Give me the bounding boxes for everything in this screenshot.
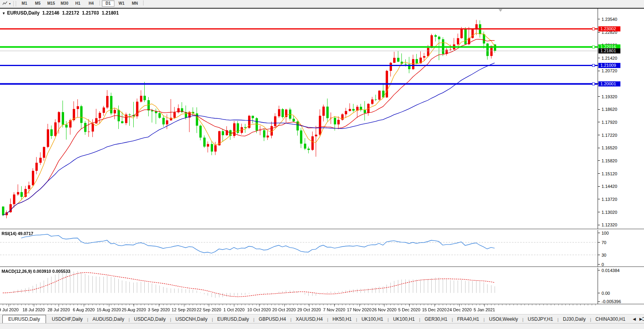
macd-axis[interactable]: 0.0143840.00-0.005396 [598,268,644,304]
date-label: 22 Sep 2020 [197,307,221,312]
date-label: 17 Nov 2020 [347,307,371,312]
rsi-label: RSI(14) 49.0717 [2,231,33,236]
date-label: 20 Oct 2020 [272,307,296,312]
macd-tick: 0.014384 [598,268,620,273]
price-tick: 1.13020 [598,210,617,215]
chart-tab-9[interactable]: UK100,H1 [357,315,387,323]
chart-tab-11[interactable]: GER30,H1 [420,315,452,323]
rsi-tick: 0 [598,262,604,267]
price-line-badge: 1.21801 [598,48,620,53]
date-label: 7 Nov 2020 [323,307,345,312]
timeframe-group: M1M5M15M30H1H4D1W1MN [18,0,145,7]
date-label: 10 Oct 2020 [247,307,271,312]
price-pane: ▼EURUSD,Daily1.221461.221721.217031.2180… [0,9,644,229]
tab-scroll-controls: ◀ ▶ [630,314,642,323]
price-tick: 1.13720 [598,197,617,202]
chart-tab-5[interactable]: EURUSD,Daily [213,315,254,323]
timeframe-button-M15[interactable]: M15 [45,0,57,7]
status-strip [0,323,644,329]
timeframe-button-M5[interactable]: M5 [31,0,44,7]
low-value: 1.21703 [82,10,99,16]
rsi-pane: RSI(14) 49.0717 10070300 [0,230,644,267]
chart-tab-bar: EURUSD,DailyUSDCHF,Daily|AUDUSD,Daily|US… [0,314,644,323]
chart-tab-0[interactable]: EURUSD,Daily [2,315,46,323]
chart-tab-12[interactable]: FRA40,H1 [453,315,484,323]
chart-tab-1[interactable]: USDCHF,Daily [48,315,87,323]
chart-ohlc-title: ▼EURUSD,Daily1.221461.221721.217031.2180… [2,10,121,16]
open-value: 1.22146 [42,10,59,16]
timeframe-button-MN[interactable]: MN [129,0,141,7]
rsi-axis[interactable]: 10070300 [598,230,644,267]
price-chart-canvas[interactable] [0,9,598,229]
chart-tab-7[interactable]: XAUUSD,H4 [291,315,327,323]
date-label: 25 Aug 2020 [122,307,146,312]
tab-scroll-left-icon[interactable]: ◀ [633,317,636,321]
macd-tick: 0.00 [598,290,610,296]
chart-tab-8[interactable]: HK50,H1 [328,315,356,323]
date-label: 28 Jul 2020 [48,307,70,312]
price-tick: 1.18620 [598,107,617,112]
mt4-terminal: ▾ M1M5M15M30H1H4D1W1MN ▼EURUSD,Daily1.22… [0,0,644,329]
date-label: 5 Jan 2021 [474,307,495,312]
date-label: 5 Dec 2020 [398,307,420,312]
price-tick: 1.14420 [598,184,617,189]
timeframe-button-M1[interactable]: M1 [18,0,31,7]
timeframe-button-D1[interactable]: D1 [102,0,114,7]
chart-tab-14[interactable]: USDJPY,H1 [523,315,557,323]
date-label: 26 Nov 2020 [372,307,396,312]
macd-label: MACD(12,26,9) 0.003910 0.005533 [2,269,70,274]
chart-tab-16[interactable]: CHINA300,H1 [591,315,630,323]
toolbar-grip[interactable] [13,1,16,6]
timeframe-toolbar: ▾ M1M5M15M30H1H4D1W1MN [0,0,644,7]
rsi-tick: 70 [598,240,606,245]
rsi-tick: 30 [598,252,606,257]
timeframe-button-M30[interactable]: M30 [58,0,71,7]
line-studies-icon[interactable] [1,1,9,7]
date-label: 3 Sep 2020 [148,307,170,312]
symbol-label: EURUSD,Daily [7,10,40,16]
rsi-tick: 100 [598,230,609,235]
date-label: 24 Dec 2020 [447,307,471,312]
chart-tab-10[interactable]: UK100,H1 [389,315,419,323]
high-value: 1.22172 [62,10,79,16]
price-tick: 1.17220 [598,132,617,138]
macd-canvas[interactable] [0,268,598,304]
date-label: 9 Jul 2020 [0,307,18,312]
price-axis[interactable]: 1.235401.228201.221201.214201.207201.200… [598,9,644,229]
tab-scroll-right-icon[interactable]: ▶ [639,317,642,321]
price-tick: 1.17920 [598,119,617,125]
price-tick: 1.20720 [598,68,617,74]
close-value: 1.21801 [102,10,119,16]
collapse-arrow-icon[interactable]: ▼ [2,11,6,15]
date-label: 29 Oct 2020 [297,307,321,312]
chart-tab-4[interactable]: USDCNH,Daily [171,315,212,323]
chart-window: ▼EURUSD,Daily1.221461.221721.217031.2180… [0,8,644,314]
timeframe-button-H1[interactable]: H1 [72,0,84,7]
price-tick: 1.12320 [598,222,617,228]
date-label: 18 Jul 2020 [22,307,45,312]
dropdown-arrow-icon[interactable]: ▾ [9,2,11,6]
chart-tab-6[interactable]: GBPUSD,H4 [254,315,290,323]
chart-tab-15[interactable]: DJ30,Daily [559,315,590,323]
timeframe-button-H4[interactable]: H4 [85,0,98,7]
date-axis[interactable]: 9 Jul 202018 Jul 202028 Jul 20206 Aug 20… [0,304,644,314]
date-label: 12 Sep 2020 [172,307,196,312]
date-label: 15 Dec 2020 [422,307,446,312]
price-tick: 1.15120 [598,171,617,176]
date-label: 1 Oct 2020 [223,307,245,312]
rsi-canvas[interactable] [0,230,598,267]
chart-shift-marker[interactable] [499,9,502,12]
price-line-badge: 1.23002 [598,26,620,31]
price-tick: 1.16520 [598,145,617,151]
macd-pane: MACD(12,26,9) 0.003910 0.005533 0.014384… [0,268,644,304]
chart-tab-3[interactable]: USDCAD,Daily [130,315,170,323]
price-tick: 1.15820 [598,158,617,163]
price-tick: 1.23540 [598,17,617,22]
chart-tab-13[interactable]: USOil,Weekly [485,315,523,323]
price-tick: 1.21420 [598,55,617,61]
timeframe-button-W1[interactable]: W1 [115,0,128,7]
chart-tab-2[interactable]: AUDUSD,Daily [88,315,129,323]
price-line-badge: 1.21009 [598,63,620,68]
date-label: 15 Aug 2020 [97,307,121,312]
price-tick: 1.19320 [598,94,617,99]
